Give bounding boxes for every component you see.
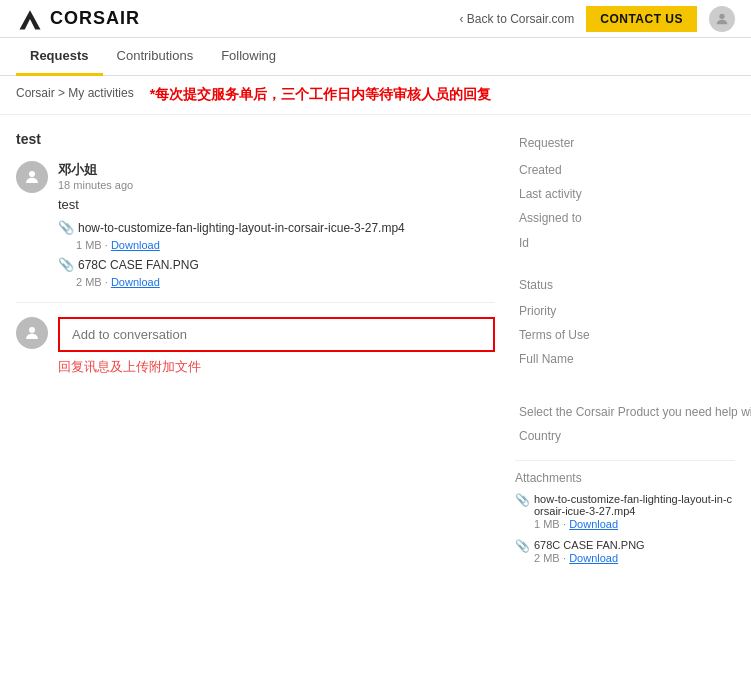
ticket-title: test [16,131,495,147]
breadcrumb: Corsair > My activities [16,86,134,100]
sidebar-attachments: Attachments 📎 how-to-customize-fan-light… [515,460,735,565]
comment-body: 邓小姐 18 minutes ago test 📎 how-to-customi… [58,161,495,288]
info-table: Requester 邓小姐 Created Today at 13:51 Las… [515,131,751,448]
svg-point-1 [719,13,724,18]
assigned-to-row: Assigned to [515,206,751,231]
priority-row: Priority Normal [515,299,751,323]
sidebar-attach-item-2: 📎 678C CASE FAN.PNG 2 MB · Download [515,539,735,565]
attachment-meta-1: 1 MB · Download [76,239,495,251]
requester-row: Requester 邓小姐 [515,131,751,158]
created-label: Created [515,158,751,182]
id-label: Id [515,231,751,273]
add-conversation-row [16,317,495,352]
sidebar-attach-icon-1: 📎 [515,493,530,507]
status-label: Status [515,273,751,299]
sidebar-attach-meta-1: 1 MB · Download [534,517,735,531]
attachment-icon-2: 📎 [58,257,74,272]
assigned-to-label: Assigned to [515,206,751,231]
left-panel: test 邓小姐 18 minutes ago test 📎 how-to-cu… [16,131,495,573]
sidebar-attach-download-1[interactable]: Download [569,518,618,530]
attachment-icon-1: 📎 [58,220,74,235]
fullname-row: Full Name [515,347,751,400]
reply-avatar [16,317,48,349]
attachment-download-2[interactable]: Download [111,276,160,288]
header: CORSAIR Back to Corsair.com CONTACT US [0,0,751,38]
comment-time: 18 minutes ago [58,179,495,191]
comment-item: 邓小姐 18 minutes ago test 📎 how-to-customi… [16,161,495,288]
breadcrumb-bar: Corsair > My activities *每次提交服务单后，三个工作日内… [0,76,751,115]
breadcrumb-root[interactable]: Corsair [16,86,55,100]
nav-tabs: Requests Contributions Following [0,38,751,76]
header-right: Back to Corsair.com CONTACT US [460,6,736,32]
breadcrumb-separator: > [58,86,68,100]
back-to-corsair-link[interactable]: Back to Corsair.com [460,12,575,26]
attachment-meta-2: 2 MB · Download [76,276,495,288]
corsair-logo-icon [16,5,44,33]
svg-marker-0 [20,10,41,29]
tab-requests[interactable]: Requests [16,38,103,76]
sidebar-attachments-title: Attachments [515,471,735,485]
last-activity-row: Last activity Today at 13:53 [515,182,751,206]
user-avatar[interactable] [709,6,735,32]
comment-avatar [16,161,48,193]
svg-point-3 [29,327,35,333]
sidebar-attach-icon-2: 📎 [515,539,530,553]
attachment-name-2: 678C CASE FAN.PNG [78,258,199,272]
svg-point-2 [29,171,35,177]
fullname-label: Full Name [515,347,751,400]
product-label: Select the Corsair Product you need help… [515,400,751,424]
terms-label: Terms of Use [515,323,751,347]
attachment-item-1: 📎 how-to-customize-fan-lighting-layout-i… [58,220,495,235]
contact-us-button[interactable]: CONTACT US [586,6,697,32]
logo-text: CORSAIR [50,8,140,29]
product-row: Select the Corsair Product you need help… [515,400,751,424]
annotation-text: 回复讯息及上传附加文件 [58,358,495,376]
sidebar-attach-download-2[interactable]: Download [569,552,618,564]
comment-text: test [58,197,495,212]
tab-contributions[interactable]: Contributions [103,38,208,76]
sidebar-attach-meta-2: 2 MB · Download [534,551,645,565]
breadcrumb-current: My activities [68,86,133,100]
status-row: Status solved [515,273,751,299]
tab-following[interactable]: Following [207,38,290,76]
attachment-item-2: 📎 678C CASE FAN.PNG [58,257,495,272]
sidebar-attach-item-1: 📎 how-to-customize-fan-lighting-layout-i… [515,493,735,531]
notice-text: *每次提交服务单后，三个工作日内等待审核人员的回复 [150,86,491,104]
created-row: Created Today at 13:51 [515,158,751,182]
terms-row: Terms of Use Yes [515,323,751,347]
last-activity-label: Last activity [515,182,751,206]
right-panel: Requester 邓小姐 Created Today at 13:51 Las… [515,131,735,573]
id-row: Id #2001197699 UPLOAD [515,231,751,273]
requester-label: Requester [515,131,751,158]
country-row: Country China (CN) [515,424,751,448]
divider [16,302,495,303]
comment-author: 邓小姐 [58,161,495,179]
main-content: test 邓小姐 18 minutes ago test 📎 how-to-cu… [0,115,751,589]
sidebar-attach-name-2: 678C CASE FAN.PNG [534,539,645,551]
add-to-conversation-input[interactable] [58,317,495,352]
country-label: Country [515,424,751,448]
attachment-download-1[interactable]: Download [111,239,160,251]
attachment-name-1: how-to-customize-fan-lighting-layout-in-… [78,221,405,235]
priority-label: Priority [515,299,751,323]
logo-area: CORSAIR [16,5,140,33]
sidebar-attach-name-1: how-to-customize-fan-lighting-layout-in-… [534,493,735,517]
